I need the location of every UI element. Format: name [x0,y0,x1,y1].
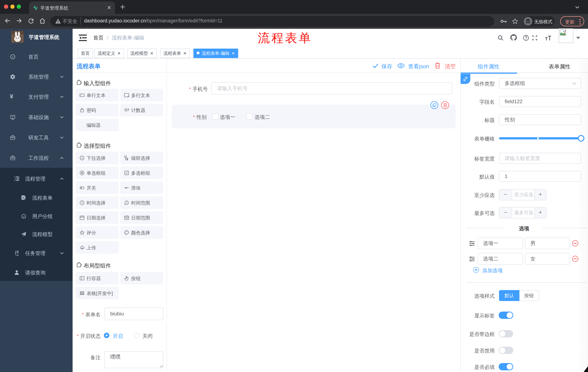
svg-text:123: 123 [124,108,129,111]
